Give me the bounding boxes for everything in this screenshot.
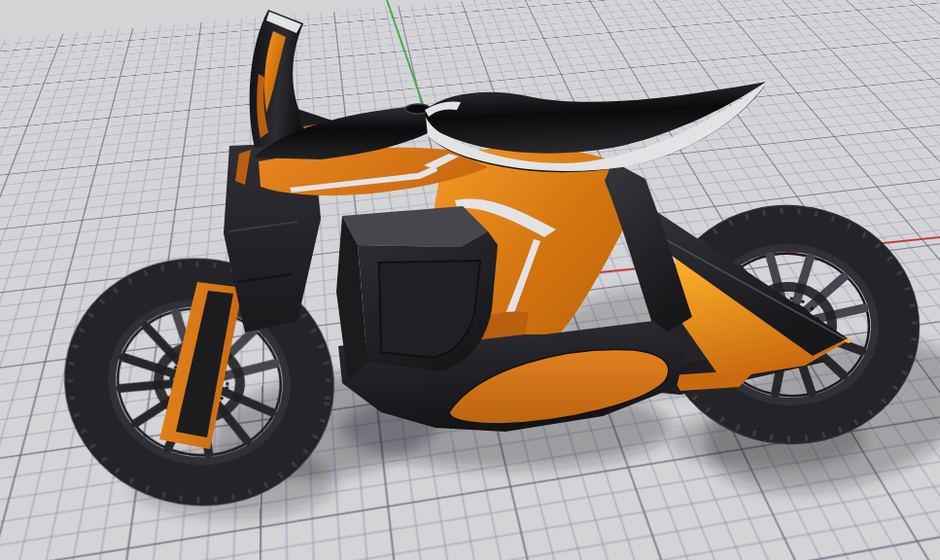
scene-overlay bbox=[0, 0, 940, 560]
battery-box-top[interactable] bbox=[342, 206, 488, 247]
viewport-3d[interactable] bbox=[0, 0, 940, 560]
y-axis-line bbox=[387, 0, 424, 107]
